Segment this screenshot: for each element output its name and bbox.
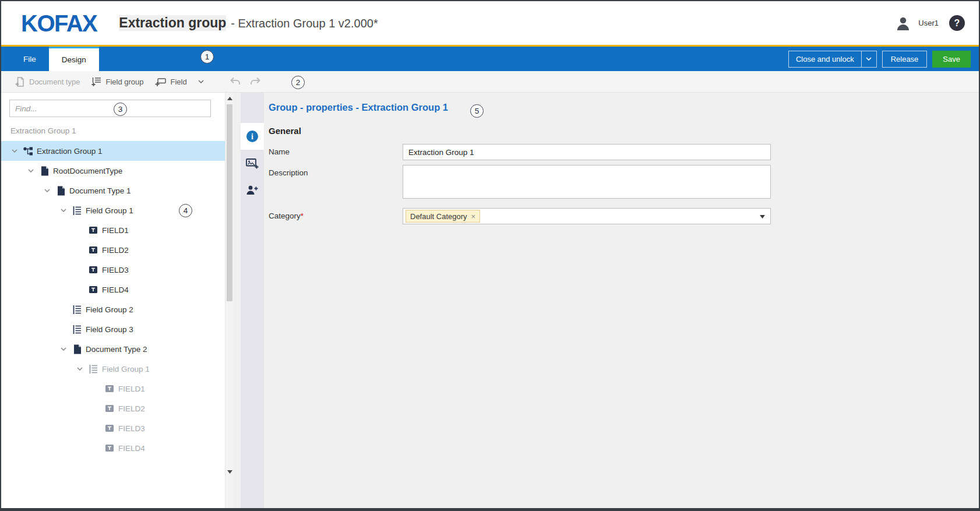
save-button[interactable]: Save (932, 51, 971, 68)
tree-item-label: FIELD3 (118, 424, 145, 433)
tree-item-field1[interactable]: FIELD1 (1, 379, 234, 399)
description-field[interactable] (403, 165, 771, 199)
tree-item-field-group-3[interactable]: Field Group 3 (1, 319, 234, 339)
app-window: KOFAX Extraction group - Extraction Grou… (0, 0, 980, 511)
search-input[interactable] (9, 100, 211, 117)
chevron-down-icon[interactable] (41, 189, 54, 192)
tree-item-field4[interactable]: FIELD4 (1, 280, 234, 299)
undo-button[interactable] (229, 77, 241, 86)
document-tree: Extraction Group 1RootDocumentTypeDocume… (1, 141, 234, 458)
ribbon-actions: Close and unlock Release Save (788, 47, 979, 71)
chevron-down-icon[interactable] (24, 169, 37, 172)
tree-item-label: Document Type 2 (86, 345, 147, 354)
tree-item-field-group-1[interactable]: Field Group 1 (1, 359, 234, 379)
tree-item-label: FIELD1 (102, 226, 129, 235)
properties-tab-users[interactable] (241, 177, 264, 203)
category-combobox[interactable]: Default Category × (403, 208, 771, 224)
field-icon (86, 246, 100, 254)
field-icon (86, 266, 100, 274)
add-field-group-label: Field group (105, 77, 143, 86)
scroll-up-button[interactable] (225, 94, 234, 103)
chevron-down-icon (866, 57, 872, 61)
general-section-heading: General (269, 126, 961, 136)
tree-item-field2[interactable]: FIELD2 (1, 240, 234, 260)
tree-item-field-group-2[interactable]: Field Group 2 (1, 299, 234, 319)
field-add-icon (155, 77, 166, 87)
chevron-down-icon (198, 80, 204, 83)
add-document-type-label: Document type (29, 77, 80, 86)
description-row: Description (269, 165, 961, 199)
tree-item-label: Field Group 2 (86, 305, 133, 314)
tree-item-label: FIELD2 (102, 246, 129, 255)
category-label: Category* (269, 208, 403, 224)
add-field-button[interactable]: Field (149, 71, 192, 92)
tree-item-label: Extraction Group 1 (37, 147, 103, 156)
properties-tab-categories[interactable] (241, 150, 264, 177)
chevron-down-icon[interactable] (57, 209, 70, 212)
name-field[interactable] (403, 144, 771, 160)
user-plus-icon (246, 185, 259, 196)
tree-item-field3[interactable]: FIELD3 (1, 260, 234, 280)
field-icon (103, 444, 117, 452)
category-label-text: Category (269, 212, 301, 220)
field-type-dropdown[interactable] (193, 80, 209, 83)
tree-item-rootdocumenttype[interactable]: RootDocumentType (1, 161, 234, 181)
document-icon (70, 344, 84, 354)
add-field-label: Field (170, 77, 186, 86)
chevron-down-icon[interactable] (8, 149, 21, 153)
tree-item-field4[interactable]: FIELD4 (1, 438, 234, 458)
scrollbar-thumb[interactable] (227, 104, 232, 301)
callout-2: 2 (291, 76, 305, 89)
properties-tab-general[interactable]: i (241, 123, 264, 150)
sidebar-scrollbar[interactable] (225, 93, 234, 508)
tree-item-field2[interactable]: FIELD2 (1, 399, 234, 418)
document-icon (54, 186, 68, 196)
tree-item-extraction-group-1[interactable]: Extraction Group 1 (1, 141, 234, 161)
callout-3: 3 (114, 103, 127, 116)
undo-icon (229, 77, 241, 86)
close-and-unlock-button[interactable]: Close and unlock (788, 51, 877, 68)
app-header: KOFAX Extraction group - Extraction Grou… (1, 1, 979, 45)
kofax-logo: KOFAX (21, 12, 97, 35)
tree-item-label: FIELD3 (102, 266, 129, 274)
ribbon-bar: File Design Close and unlock Release Sav… (1, 47, 979, 71)
name-row: Name (269, 144, 961, 160)
tree-item-field1[interactable]: FIELD1 (1, 220, 234, 240)
chevron-down-icon[interactable] (73, 367, 86, 371)
tree-item-document-type-2[interactable]: Document Type 2 (1, 339, 234, 359)
tree-item-field3[interactable]: FIELD3 (1, 418, 234, 438)
category-tag: Default Category × (406, 210, 480, 223)
field-group-icon (70, 305, 84, 315)
properties-panel: i Group - properties - Extraction Group … (234, 93, 979, 508)
required-marker: * (301, 212, 304, 220)
description-label: Description (269, 165, 403, 199)
tab-design[interactable]: Design (49, 47, 99, 71)
username-label: User1 (918, 19, 939, 27)
scroll-down-button[interactable] (225, 468, 234, 476)
redo-button[interactable] (250, 77, 262, 86)
add-document-type-button[interactable]: Document type (9, 71, 86, 92)
tree-item-label: Field Group 1 (102, 365, 150, 373)
tab-file[interactable]: File (10, 47, 49, 71)
category-tag-label: Default Category (410, 212, 467, 221)
add-field-group-button[interactable]: Field group (86, 71, 149, 92)
callout-1: 1 (200, 50, 214, 64)
chevron-down-icon[interactable] (57, 347, 70, 351)
svg-text:i: i (251, 132, 253, 141)
remove-tag-button[interactable]: × (471, 212, 476, 221)
field-group-add-icon (91, 77, 101, 87)
help-button[interactable]: ? (949, 15, 965, 31)
release-button[interactable]: Release (882, 51, 928, 68)
caret-down-icon (227, 470, 232, 474)
field-icon (103, 404, 117, 413)
tree-item-field-group-1[interactable]: Field Group 1 (1, 200, 234, 220)
info-icon: i (246, 130, 259, 143)
field-group-icon (70, 206, 84, 216)
close-and-unlock-dropdown[interactable] (861, 51, 876, 67)
tree-root-label: Extraction Group 1 (10, 126, 234, 135)
tree-item-label: FIELD2 (118, 404, 145, 413)
page-title: Extraction group - Extraction Group 1 v2… (119, 15, 378, 31)
callout-4: 4 (179, 204, 192, 217)
tree-item-document-type-1[interactable]: Document Type 1 (1, 181, 234, 200)
undo-redo-group (229, 77, 262, 86)
